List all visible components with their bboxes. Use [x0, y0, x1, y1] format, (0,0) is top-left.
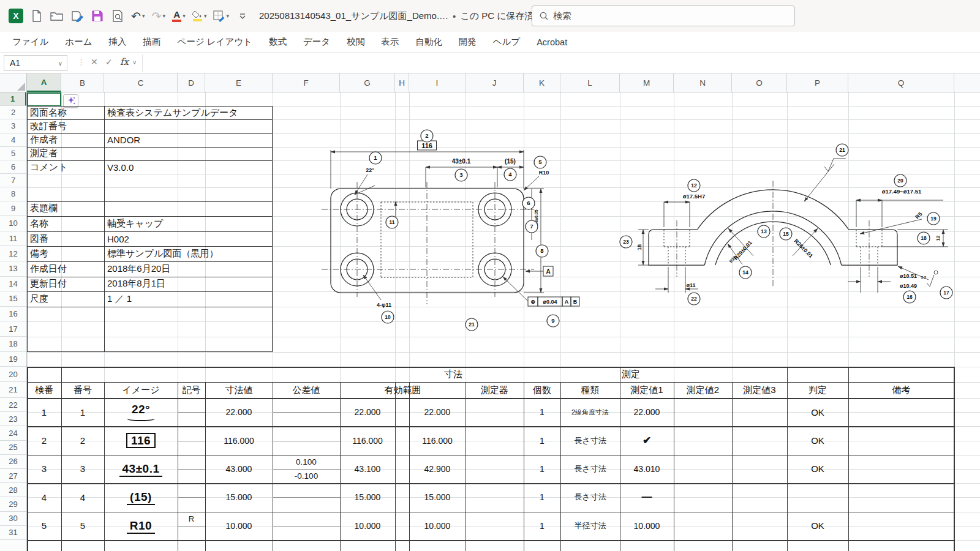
- cell-no[interactable]: 4: [27, 483, 61, 511]
- table-col-header-0[interactable]: 検番: [27, 382, 61, 398]
- cell-meas1[interactable]: ✔: [620, 426, 674, 454]
- cell-range1[interactable]: 116.000: [340, 426, 395, 454]
- table-col-header-10[interactable]: 測定値1: [620, 382, 674, 398]
- column-header-K[interactable]: K: [524, 73, 560, 92]
- cell-range1[interactable]: 22.000: [340, 398, 395, 426]
- row-header-29[interactable]: 29: [0, 497, 26, 511]
- row-header-3[interactable]: 3: [0, 119, 26, 133]
- cell-num[interactable]: 1: [61, 398, 104, 426]
- table-col-header-12[interactable]: 測定値3: [732, 382, 787, 398]
- row-header-11[interactable]: 11: [0, 231, 26, 247]
- row-header-21[interactable]: 21: [0, 382, 26, 398]
- column-header-H[interactable]: H: [395, 73, 409, 92]
- row-header-12[interactable]: 12: [0, 246, 26, 261]
- row-header-30[interactable]: 30: [0, 512, 26, 526]
- dropdown-caret-icon[interactable]: ▾: [183, 13, 186, 19]
- table-col-header-14[interactable]: 備考: [848, 382, 954, 398]
- info-value[interactable]: 検査表システムサンプルデータ: [107, 106, 238, 119]
- ribbon-tab-9[interactable]: 自動化: [415, 36, 442, 48]
- column-header-A[interactable]: A: [27, 73, 61, 92]
- cell-judge[interactable]: OK: [787, 512, 848, 540]
- cell-image[interactable]: 22°: [104, 398, 178, 426]
- cell-symbol[interactable]: R: [178, 512, 205, 526]
- cell-image[interactable]: 43±0.1: [104, 455, 178, 483]
- column-header-I[interactable]: I: [409, 73, 466, 92]
- cell-dim[interactable]: 10.000: [205, 512, 273, 540]
- row-header-4[interactable]: 4: [0, 133, 26, 147]
- row-header-8[interactable]: 8: [0, 187, 26, 201]
- column-header-B[interactable]: B: [61, 73, 104, 92]
- cell-instrument[interactable]: [466, 483, 524, 511]
- row-header-20[interactable]: 20: [0, 367, 26, 382]
- table-col-header-1[interactable]: 番号: [61, 382, 104, 398]
- cell-image[interactable]: (15): [104, 483, 178, 511]
- cell-note[interactable]: [848, 455, 954, 483]
- cell-qty[interactable]: 1: [524, 512, 560, 540]
- cell-no[interactable]: 1: [27, 398, 61, 426]
- cell-no[interactable]: 2: [27, 426, 61, 454]
- info-value[interactable]: 標準サンプル図面（黒用）: [107, 246, 218, 261]
- row-header-25[interactable]: 25: [0, 441, 26, 455]
- column-header-D[interactable]: D: [178, 73, 205, 92]
- cell-num[interactable]: 2: [61, 426, 104, 454]
- cell-meas2[interactable]: [674, 455, 732, 483]
- ribbon-tab-10[interactable]: 開発: [459, 36, 477, 48]
- cell-qty[interactable]: 1: [524, 426, 560, 454]
- column-header-E[interactable]: E: [205, 73, 273, 92]
- new-file-icon[interactable]: [29, 7, 45, 25]
- cell-no[interactable]: 5: [27, 512, 61, 540]
- table-col-header-13[interactable]: 判定: [787, 382, 848, 398]
- column-header-F[interactable]: F: [273, 73, 340, 92]
- cell-range2[interactable]: 116.000: [409, 426, 466, 454]
- fx-caret-icon[interactable]: ∨: [132, 59, 137, 66]
- row-header-9[interactable]: 9: [0, 201, 26, 217]
- save-edit-icon[interactable]: [69, 7, 85, 25]
- cell-image[interactable]: R10: [104, 512, 178, 540]
- cell-instrument[interactable]: [466, 512, 524, 540]
- cell-dim[interactable]: 43.000: [205, 455, 273, 483]
- name-box[interactable]: A1 ∨: [4, 55, 67, 71]
- column-header-N[interactable]: N: [674, 73, 732, 92]
- column-header-P[interactable]: P: [787, 73, 848, 92]
- cell-type[interactable]: 2線角度寸法: [560, 398, 620, 426]
- info-value[interactable]: V3.0.0: [107, 160, 134, 174]
- dropdown-caret-icon[interactable]: ▾: [162, 13, 165, 19]
- info-value[interactable]: 1 ／ 1: [107, 291, 132, 307]
- cell-meas2[interactable]: [674, 398, 732, 426]
- table-col-header-4[interactable]: 寸法値: [205, 382, 273, 398]
- row-header-6[interactable]: 6: [0, 160, 26, 174]
- cell-qty[interactable]: 1: [524, 398, 560, 426]
- cell-tol-upper[interactable]: 0.100: [273, 455, 340, 469]
- ribbon-tab-0[interactable]: ファイル: [12, 36, 48, 48]
- excel-logo[interactable]: X: [7, 7, 24, 25]
- dropdown-caret-icon[interactable]: ▾: [142, 13, 145, 19]
- group-header-dimension[interactable]: 寸法: [331, 367, 576, 382]
- row-header-24[interactable]: 24: [0, 426, 26, 440]
- open-icon[interactable]: [49, 7, 65, 25]
- ribbon-tab-1[interactable]: ホーム: [65, 36, 92, 48]
- font-color-icon[interactable]: A▾: [171, 7, 187, 25]
- cell-symbol[interactable]: [178, 426, 205, 440]
- undo-icon[interactable]: ↶▾: [130, 7, 146, 25]
- cell-judge[interactable]: OK: [787, 455, 848, 483]
- cell-symbol[interactable]: [178, 483, 205, 497]
- cell-qty[interactable]: 1: [524, 455, 560, 483]
- table-col-header-6[interactable]: 有効範囲: [340, 382, 466, 398]
- table-col-header-3[interactable]: 記号: [178, 382, 205, 398]
- cell-range2[interactable]: 10.000: [409, 512, 466, 540]
- table-col-header-7[interactable]: 測定器: [466, 382, 524, 398]
- fill-color-icon[interactable]: ▾: [191, 7, 208, 25]
- row-header-5[interactable]: 5: [0, 147, 26, 160]
- info-value[interactable]: 2018年6月20日: [107, 261, 170, 277]
- dropdown-caret-icon[interactable]: ▾: [226, 13, 229, 19]
- row-header-27[interactable]: 27: [0, 469, 26, 483]
- column-header-O[interactable]: O: [732, 73, 787, 92]
- ribbon-tab-11[interactable]: ヘルプ: [493, 36, 521, 48]
- cell-meas2[interactable]: [674, 426, 732, 454]
- cell-instrument[interactable]: [466, 398, 524, 426]
- cell-meas3[interactable]: [732, 426, 787, 454]
- cell-meas1[interactable]: —: [620, 483, 674, 511]
- column-header-M[interactable]: M: [620, 73, 674, 92]
- enter-button[interactable]: ✓: [105, 57, 113, 67]
- cell-instrument[interactable]: [466, 455, 524, 483]
